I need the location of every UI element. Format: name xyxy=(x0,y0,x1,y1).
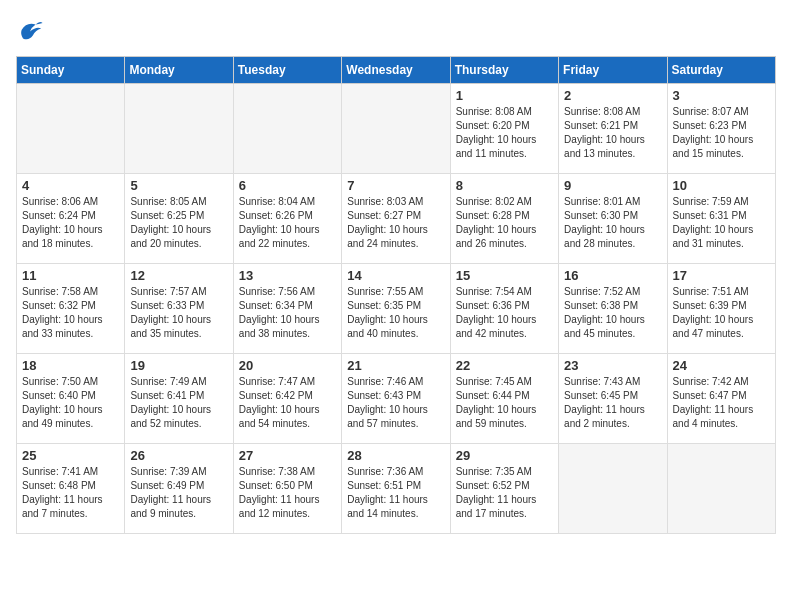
calendar-cell: 18Sunrise: 7:50 AMSunset: 6:40 PMDayligh… xyxy=(17,354,125,444)
calendar-cell: 10Sunrise: 7:59 AMSunset: 6:31 PMDayligh… xyxy=(667,174,775,264)
weekday-header-friday: Friday xyxy=(559,57,667,84)
day-info: Sunrise: 7:54 AMSunset: 6:36 PMDaylight:… xyxy=(456,285,553,341)
calendar-cell xyxy=(559,444,667,534)
day-info: Sunrise: 8:02 AMSunset: 6:28 PMDaylight:… xyxy=(456,195,553,251)
day-info: Sunrise: 7:36 AMSunset: 6:51 PMDaylight:… xyxy=(347,465,444,521)
day-number: 24 xyxy=(673,358,770,373)
day-info: Sunrise: 7:46 AMSunset: 6:43 PMDaylight:… xyxy=(347,375,444,431)
day-info: Sunrise: 7:55 AMSunset: 6:35 PMDaylight:… xyxy=(347,285,444,341)
day-info: Sunrise: 8:01 AMSunset: 6:30 PMDaylight:… xyxy=(564,195,661,251)
day-info: Sunrise: 8:08 AMSunset: 6:21 PMDaylight:… xyxy=(564,105,661,161)
day-info: Sunrise: 8:05 AMSunset: 6:25 PMDaylight:… xyxy=(130,195,227,251)
calendar-cell: 14Sunrise: 7:55 AMSunset: 6:35 PMDayligh… xyxy=(342,264,450,354)
logo-icon xyxy=(16,16,44,44)
calendar-cell: 26Sunrise: 7:39 AMSunset: 6:49 PMDayligh… xyxy=(125,444,233,534)
day-number: 28 xyxy=(347,448,444,463)
day-info: Sunrise: 7:43 AMSunset: 6:45 PMDaylight:… xyxy=(564,375,661,431)
day-number: 5 xyxy=(130,178,227,193)
weekday-header-tuesday: Tuesday xyxy=(233,57,341,84)
day-number: 20 xyxy=(239,358,336,373)
day-number: 16 xyxy=(564,268,661,283)
day-number: 19 xyxy=(130,358,227,373)
calendar-cell: 28Sunrise: 7:36 AMSunset: 6:51 PMDayligh… xyxy=(342,444,450,534)
calendar-week-3: 11Sunrise: 7:58 AMSunset: 6:32 PMDayligh… xyxy=(17,264,776,354)
page-header xyxy=(16,16,776,44)
day-number: 4 xyxy=(22,178,119,193)
calendar-cell: 3Sunrise: 8:07 AMSunset: 6:23 PMDaylight… xyxy=(667,84,775,174)
calendar-cell: 27Sunrise: 7:38 AMSunset: 6:50 PMDayligh… xyxy=(233,444,341,534)
day-number: 2 xyxy=(564,88,661,103)
day-info: Sunrise: 7:56 AMSunset: 6:34 PMDaylight:… xyxy=(239,285,336,341)
day-number: 7 xyxy=(347,178,444,193)
calendar-cell: 15Sunrise: 7:54 AMSunset: 6:36 PMDayligh… xyxy=(450,264,558,354)
day-info: Sunrise: 7:47 AMSunset: 6:42 PMDaylight:… xyxy=(239,375,336,431)
day-info: Sunrise: 7:38 AMSunset: 6:50 PMDaylight:… xyxy=(239,465,336,521)
calendar-cell: 9Sunrise: 8:01 AMSunset: 6:30 PMDaylight… xyxy=(559,174,667,264)
day-info: Sunrise: 7:52 AMSunset: 6:38 PMDaylight:… xyxy=(564,285,661,341)
day-number: 11 xyxy=(22,268,119,283)
calendar-cell: 11Sunrise: 7:58 AMSunset: 6:32 PMDayligh… xyxy=(17,264,125,354)
calendar-cell: 5Sunrise: 8:05 AMSunset: 6:25 PMDaylight… xyxy=(125,174,233,264)
calendar-cell: 19Sunrise: 7:49 AMSunset: 6:41 PMDayligh… xyxy=(125,354,233,444)
weekday-header-sunday: Sunday xyxy=(17,57,125,84)
weekday-header-wednesday: Wednesday xyxy=(342,57,450,84)
day-number: 27 xyxy=(239,448,336,463)
calendar-cell xyxy=(342,84,450,174)
calendar-cell xyxy=(125,84,233,174)
weekday-header-thursday: Thursday xyxy=(450,57,558,84)
day-info: Sunrise: 7:45 AMSunset: 6:44 PMDaylight:… xyxy=(456,375,553,431)
day-number: 14 xyxy=(347,268,444,283)
calendar-cell: 8Sunrise: 8:02 AMSunset: 6:28 PMDaylight… xyxy=(450,174,558,264)
calendar-cell: 6Sunrise: 8:04 AMSunset: 6:26 PMDaylight… xyxy=(233,174,341,264)
day-number: 8 xyxy=(456,178,553,193)
calendar-cell: 1Sunrise: 8:08 AMSunset: 6:20 PMDaylight… xyxy=(450,84,558,174)
day-info: Sunrise: 7:59 AMSunset: 6:31 PMDaylight:… xyxy=(673,195,770,251)
day-info: Sunrise: 8:06 AMSunset: 6:24 PMDaylight:… xyxy=(22,195,119,251)
day-number: 25 xyxy=(22,448,119,463)
calendar-cell: 20Sunrise: 7:47 AMSunset: 6:42 PMDayligh… xyxy=(233,354,341,444)
day-number: 1 xyxy=(456,88,553,103)
day-info: Sunrise: 7:41 AMSunset: 6:48 PMDaylight:… xyxy=(22,465,119,521)
calendar-cell: 23Sunrise: 7:43 AMSunset: 6:45 PMDayligh… xyxy=(559,354,667,444)
calendar-cell xyxy=(17,84,125,174)
day-number: 26 xyxy=(130,448,227,463)
calendar-cell: 25Sunrise: 7:41 AMSunset: 6:48 PMDayligh… xyxy=(17,444,125,534)
weekday-header-monday: Monday xyxy=(125,57,233,84)
day-info: Sunrise: 7:58 AMSunset: 6:32 PMDaylight:… xyxy=(22,285,119,341)
calendar-cell: 24Sunrise: 7:42 AMSunset: 6:47 PMDayligh… xyxy=(667,354,775,444)
day-number: 23 xyxy=(564,358,661,373)
calendar-cell: 29Sunrise: 7:35 AMSunset: 6:52 PMDayligh… xyxy=(450,444,558,534)
day-info: Sunrise: 8:08 AMSunset: 6:20 PMDaylight:… xyxy=(456,105,553,161)
calendar-cell: 7Sunrise: 8:03 AMSunset: 6:27 PMDaylight… xyxy=(342,174,450,264)
weekday-header-saturday: Saturday xyxy=(667,57,775,84)
day-info: Sunrise: 7:39 AMSunset: 6:49 PMDaylight:… xyxy=(130,465,227,521)
calendar-cell xyxy=(233,84,341,174)
calendar-cell: 21Sunrise: 7:46 AMSunset: 6:43 PMDayligh… xyxy=(342,354,450,444)
day-number: 21 xyxy=(347,358,444,373)
day-number: 9 xyxy=(564,178,661,193)
day-info: Sunrise: 8:07 AMSunset: 6:23 PMDaylight:… xyxy=(673,105,770,161)
weekday-header-row: SundayMondayTuesdayWednesdayThursdayFrid… xyxy=(17,57,776,84)
day-number: 13 xyxy=(239,268,336,283)
calendar-week-1: 1Sunrise: 8:08 AMSunset: 6:20 PMDaylight… xyxy=(17,84,776,174)
day-info: Sunrise: 7:51 AMSunset: 6:39 PMDaylight:… xyxy=(673,285,770,341)
calendar-cell: 13Sunrise: 7:56 AMSunset: 6:34 PMDayligh… xyxy=(233,264,341,354)
calendar-table: SundayMondayTuesdayWednesdayThursdayFrid… xyxy=(16,56,776,534)
day-info: Sunrise: 8:04 AMSunset: 6:26 PMDaylight:… xyxy=(239,195,336,251)
calendar-cell: 17Sunrise: 7:51 AMSunset: 6:39 PMDayligh… xyxy=(667,264,775,354)
logo xyxy=(16,16,48,44)
calendar-cell: 2Sunrise: 8:08 AMSunset: 6:21 PMDaylight… xyxy=(559,84,667,174)
calendar-cell: 4Sunrise: 8:06 AMSunset: 6:24 PMDaylight… xyxy=(17,174,125,264)
day-info: Sunrise: 7:50 AMSunset: 6:40 PMDaylight:… xyxy=(22,375,119,431)
calendar-week-5: 25Sunrise: 7:41 AMSunset: 6:48 PMDayligh… xyxy=(17,444,776,534)
day-number: 6 xyxy=(239,178,336,193)
day-info: Sunrise: 8:03 AMSunset: 6:27 PMDaylight:… xyxy=(347,195,444,251)
calendar-week-4: 18Sunrise: 7:50 AMSunset: 6:40 PMDayligh… xyxy=(17,354,776,444)
calendar-week-2: 4Sunrise: 8:06 AMSunset: 6:24 PMDaylight… xyxy=(17,174,776,264)
day-number: 15 xyxy=(456,268,553,283)
day-number: 29 xyxy=(456,448,553,463)
calendar-cell: 22Sunrise: 7:45 AMSunset: 6:44 PMDayligh… xyxy=(450,354,558,444)
calendar-cell: 12Sunrise: 7:57 AMSunset: 6:33 PMDayligh… xyxy=(125,264,233,354)
day-number: 12 xyxy=(130,268,227,283)
day-info: Sunrise: 7:42 AMSunset: 6:47 PMDaylight:… xyxy=(673,375,770,431)
